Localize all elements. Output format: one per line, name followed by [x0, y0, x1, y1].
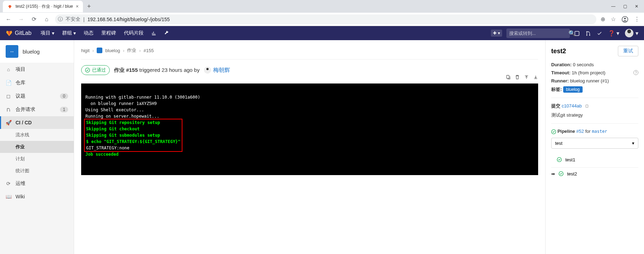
tags-row: 标签: bluelog	[551, 86, 638, 93]
svg-point-3	[586, 31, 587, 32]
copy-log-icon[interactable]	[506, 74, 511, 80]
svg-rect-2	[575, 31, 579, 36]
job-log[interactable]: Running with gitlab-runner 11.10.0 (3001…	[81, 83, 538, 175]
nav-chart-icon[interactable]	[148, 29, 160, 38]
minimize-icon[interactable]: —	[611, 4, 615, 9]
forward-button[interactable]: →	[17, 16, 25, 23]
check-circle-icon	[557, 157, 562, 162]
maximize-icon[interactable]: ▢	[623, 4, 627, 9]
sidebar-item-cicd[interactable]: 🚀 CI / CD	[0, 116, 74, 129]
merge-icon	[6, 107, 11, 112]
retry-button[interactable]: 重试	[618, 46, 638, 56]
url-text: 192.168.56.14/higit/bluelog/-/jobs/155	[88, 17, 170, 22]
gitlab-favicon	[7, 4, 13, 9]
user-dropdown-icon[interactable]: ▾	[636, 30, 638, 37]
sidebar-sub-pipelines[interactable]: 流水线	[0, 129, 74, 141]
chevron-down-icon: ▾	[632, 141, 634, 146]
project-name: bluelog	[23, 49, 40, 55]
search-box[interactable]: 🔍	[506, 29, 570, 38]
scroll-bottom-icon[interactable]	[533, 74, 538, 80]
breadcrumb-group[interactable]: higit	[81, 48, 90, 53]
tab-close-icon[interactable]: ×	[76, 4, 79, 9]
sidebar-project-header[interactable]: • • bluelog	[0, 40, 74, 63]
sidebar-sub-jobs[interactable]: 作业	[0, 141, 74, 153]
address-bar[interactable]: ⓘ 不安全 | 192.168.56.14/higit/bluelog/-/jo…	[55, 14, 596, 24]
triggered-by-user[interactable]: 梅朝辉	[204, 67, 230, 74]
duration-row: Duration: 0 seconds	[551, 62, 638, 67]
back-button[interactable]: ←	[4, 16, 13, 23]
nav-activity[interactable]: 动态	[80, 28, 97, 38]
svg-rect-8	[586, 105, 588, 107]
project-avatar: • •	[6, 45, 18, 58]
reload-button[interactable]: ⟳	[30, 16, 38, 23]
breadcrumb-project[interactable]: bluelog	[105, 48, 120, 53]
browser-tab[interactable]: test2 (#155) · 作业 · higit / blue ×	[3, 1, 83, 12]
insecure-label: 不安全	[66, 16, 80, 23]
check-circle-icon	[551, 129, 556, 134]
menu-icon[interactable]: ⋮	[634, 16, 640, 23]
svg-rect-7	[507, 75, 509, 79]
job-title: 作业 #155 triggered 23 hours ago by	[114, 67, 200, 74]
pipeline-link[interactable]: #52	[576, 129, 584, 134]
job-item-test1[interactable]: test1	[551, 154, 638, 166]
timeout-row: Timeout: 1h (from project) ?	[551, 70, 638, 75]
job-header: 已通过 作业 #155 triggered 23 hours ago by 梅朝…	[81, 65, 538, 75]
sidebar-item-project[interactable]: ⌂ 项目	[0, 63, 74, 76]
site-info-icon[interactable]: ⓘ	[58, 16, 63, 23]
job-log-container: Running with gitlab-runner 11.10.0 (3001…	[81, 83, 538, 175]
job-item-test2[interactable]: ➡ test2	[551, 168, 638, 180]
tag-badge: bluelog	[563, 86, 583, 93]
nav-milestones[interactable]: 里程碑	[98, 28, 120, 38]
ops-icon: ⟳	[6, 181, 11, 186]
issues-icon[interactable]	[574, 30, 580, 36]
new-tab-button[interactable]: +	[83, 3, 95, 10]
sidebar-item-merge[interactable]: 合并请求 1	[0, 103, 74, 116]
sidebar-item-ops[interactable]: ⟳ 运维	[0, 177, 74, 190]
home-icon: ⌂	[6, 67, 11, 72]
nav-wrench-icon[interactable]	[161, 29, 173, 38]
runner-row: Runner: bluelog runner (#1)	[551, 78, 638, 83]
bookmark-icon[interactable]: ☆	[611, 16, 616, 23]
branch-link[interactable]: master	[592, 129, 607, 134]
nav-projects[interactable]: 项目▾	[37, 28, 58, 38]
timeout-help-icon[interactable]: ?	[633, 70, 638, 75]
search-input[interactable]	[509, 31, 568, 36]
stage-selector[interactable]: test ▾	[551, 138, 638, 149]
sidebar-item-repo[interactable]: 📄 仓库	[0, 76, 74, 89]
nav-plus-button[interactable]: ✚ ▾	[491, 30, 502, 37]
arrow-right-icon: ➡	[551, 171, 555, 176]
nav-groups[interactable]: 群组▾	[59, 28, 79, 38]
svg-point-1	[624, 18, 626, 19]
status-badge-passed: 已通过	[81, 65, 110, 75]
home-button[interactable]: ⌂	[42, 16, 51, 23]
tab-title: test2 (#155) · 作业 · higit / blue	[16, 4, 73, 10]
breadcrumb: higit › bluelog › 作业 › #155	[81, 46, 538, 60]
check-circle-icon	[85, 68, 90, 73]
user-avatar[interactable]	[625, 29, 633, 37]
copy-sha-icon[interactable]	[585, 103, 589, 109]
profile-icon[interactable]	[621, 16, 628, 23]
gitlab-brand: GitLab	[15, 30, 31, 36]
sidebar-item-issues[interactable]: ◻ 议题 0	[0, 89, 74, 103]
merge-requests-icon[interactable]	[585, 30, 591, 36]
book-icon: 📖	[6, 194, 11, 199]
scroll-top-icon[interactable]	[524, 74, 529, 80]
zoom-icon[interactable]: ⊕	[601, 16, 605, 23]
gitlab-logo[interactable]: GitLab	[6, 30, 31, 37]
breadcrumb-project-icon	[97, 48, 102, 53]
commit-sha-link[interactable]: c10744ab	[562, 103, 582, 109]
rocket-icon: 🚀	[6, 120, 11, 125]
breadcrumb-section[interactable]: 作业	[127, 47, 136, 54]
nav-snippets[interactable]: 代码片段	[120, 28, 147, 38]
sidebar-sub-schedules[interactable]: 计划	[0, 153, 74, 165]
sidebar-item-wiki[interactable]: 📖 Wiki	[0, 190, 74, 203]
help-icon[interactable]: ❓ ▾	[608, 30, 619, 37]
delete-log-icon[interactable]	[515, 74, 520, 80]
pipeline-row: Pipeline #52 for master	[551, 129, 638, 134]
sidebar-sub-charts[interactable]: 统计图	[0, 165, 74, 177]
issues-count: 0	[60, 93, 68, 99]
todos-icon[interactable]	[597, 30, 602, 36]
close-window-icon[interactable]: ✕	[635, 4, 638, 9]
commit-row: 提交 c10744ab	[551, 103, 638, 109]
gitlab-top-nav: GitLab 项目▾ 群组▾ 动态 里程碑 代码片段 ✚ ▾ 🔍 ❓ ▾ ▾	[0, 26, 644, 40]
